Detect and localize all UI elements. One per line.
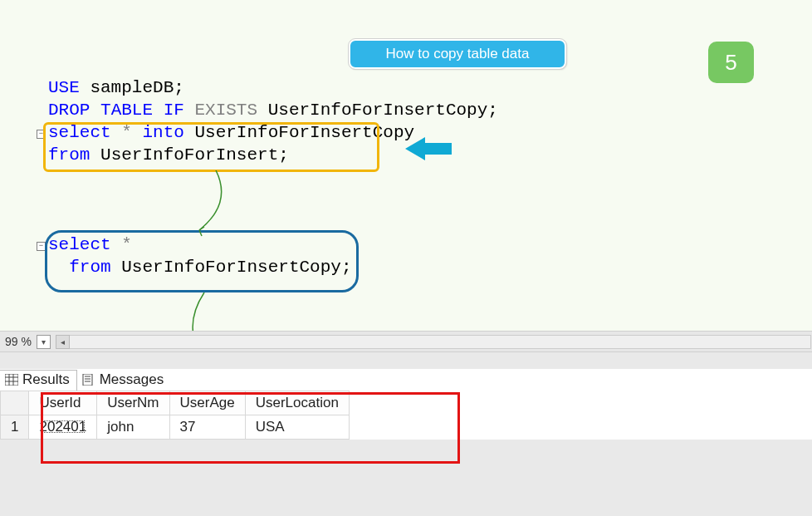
step-badge: 5 [708, 42, 754, 83]
grid-cell[interactable]: 37 [169, 415, 245, 440]
fold-toggle-icon[interactable]: − [37, 242, 46, 251]
column-header[interactable]: UserAge [169, 391, 245, 415]
grid-icon [5, 374, 18, 386]
tab-results[interactable]: Results [0, 370, 77, 391]
column-header[interactable]: UserNm [97, 391, 169, 415]
svg-rect-2 [5, 374, 18, 386]
grid-cell[interactable]: USA [245, 415, 349, 440]
callout-banner: How to copy table data [349, 39, 566, 69]
column-header[interactable]: UserLocation [245, 391, 349, 415]
grid-cell[interactable]: 202401 [29, 415, 97, 440]
code-line: DROP TABLE IF EXISTS UserInfoForInsertCo… [48, 99, 498, 121]
scroll-left-button[interactable]: ◂ [56, 335, 70, 349]
code-line: from UserInfoForInsertCopy; [48, 256, 498, 278]
table-header-row: UserId UserNm UserAge UserLocation [1, 391, 350, 415]
code-line: USE sampleDB; [48, 76, 498, 99]
column-header[interactable]: UserId [29, 391, 97, 415]
code-line [48, 211, 498, 233]
row-number-header [1, 391, 29, 415]
code-line [48, 166, 498, 189]
grid-cell[interactable]: john [97, 415, 169, 440]
step-number: 5 [725, 50, 736, 76]
selected-cell-value: 202401 [39, 419, 86, 435]
svg-rect-7 [83, 374, 92, 386]
tab-messages-label: Messages [100, 371, 164, 388]
zoom-dropdown[interactable]: ▾ [37, 335, 51, 349]
code-line: select * [48, 233, 498, 256]
sql-editor[interactable]: USE sampleDB; DROP TABLE IF EXISTS UserI… [48, 76, 498, 278]
pointer-arrow-icon [405, 132, 455, 165]
zoom-level: 99 % [0, 335, 37, 348]
tab-results-label: Results [22, 371, 70, 388]
fold-toggle-icon[interactable]: − [37, 130, 46, 139]
editor-status-bar: 99 % ▾ ◂ [0, 331, 812, 352]
results-tabs: Results Messages [0, 369, 812, 391]
table-row[interactable]: 1 202401 john 37 USA [1, 415, 350, 440]
results-grid[interactable]: UserId UserNm UserAge UserLocation 1 202… [0, 391, 350, 440]
svg-marker-0 [405, 137, 452, 160]
callout-text: How to copy table data [386, 46, 530, 62]
horizontal-scrollbar[interactable] [70, 335, 811, 349]
row-number-cell: 1 [1, 415, 29, 440]
code-line [48, 189, 498, 211]
tab-messages[interactable]: Messages [77, 371, 170, 391]
results-grid-wrap: UserId UserNm UserAge UserLocation 1 202… [0, 391, 812, 440]
document-icon [82, 374, 95, 386]
